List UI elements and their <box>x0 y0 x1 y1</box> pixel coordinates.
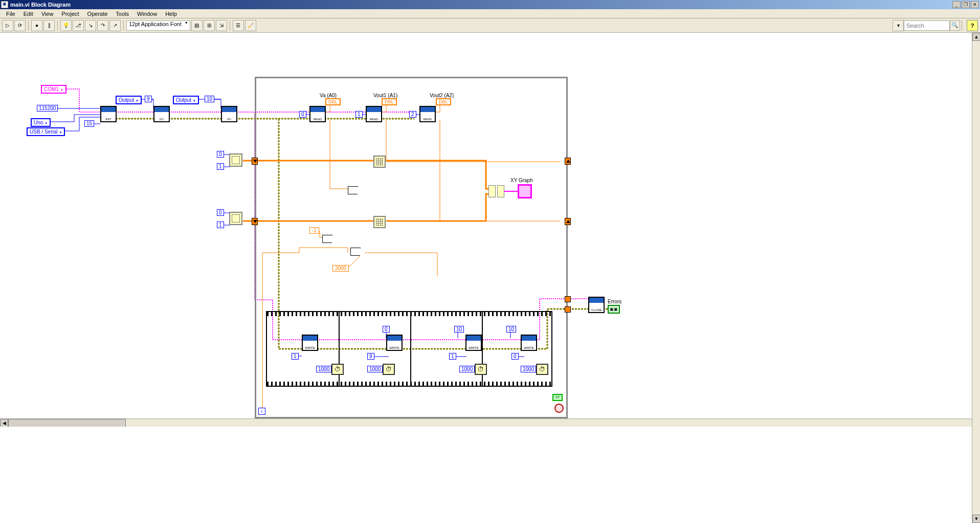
board-constant[interactable]: Uno <box>31 118 51 127</box>
initarr0-dim[interactable]: 1 <box>217 163 224 170</box>
font-selector[interactable]: 12pt Application Font <box>126 20 190 31</box>
bundle-1[interactable] <box>497 185 504 197</box>
block-diagram-canvas[interactable]: COM1 115200 Uno USB / Serial 15 INIT Out… <box>0 33 767 418</box>
shiftreg-left-0[interactable] <box>252 158 258 165</box>
shiftreg-right-0[interactable] <box>565 158 571 165</box>
setpinmode2-subvi[interactable]: I/O <box>221 106 237 122</box>
seq2-wait[interactable]: 1000 <box>459 366 475 372</box>
analog-read-1[interactable]: READ <box>366 106 382 122</box>
loop-stop-terminal[interactable] <box>554 404 564 413</box>
scroll-up-button[interactable]: ▲ <box>972 33 980 41</box>
abort-button[interactable]: ● <box>31 20 42 31</box>
menu-project[interactable]: Project <box>57 10 83 18</box>
analog-read-2[interactable]: READ <box>419 106 436 122</box>
vout1-indicator[interactable]: DBL <box>382 98 397 105</box>
seq2-pin[interactable]: 10 <box>454 326 464 333</box>
cleanup-button[interactable]: 🧹 <box>245 20 256 31</box>
div2000-constant[interactable]: 2000 <box>332 265 349 272</box>
menu-view[interactable]: View <box>37 10 58 18</box>
init-array-1[interactable] <box>229 212 242 225</box>
bundle-0[interactable] <box>488 185 496 197</box>
seq2-val[interactable]: 1 <box>449 353 456 360</box>
step-into-button[interactable]: ↘ <box>85 20 96 31</box>
errors-indicator[interactable]: ▣▣ <box>608 305 620 314</box>
read-ch1-constant[interactable]: 1 <box>355 111 363 118</box>
help-icon[interactable]: ? <box>967 20 978 31</box>
read-ch0-constant[interactable]: 0 <box>299 111 306 118</box>
greater-than-0[interactable] <box>348 186 358 194</box>
vertical-scrollbar[interactable]: ▲ ▼ <box>972 33 980 427</box>
wait-ms-0[interactable] <box>331 364 344 375</box>
multiply-0[interactable] <box>322 235 332 243</box>
reorder-button[interactable]: ☰ <box>233 20 244 31</box>
pin10-constant[interactable]: 10 <box>205 96 214 102</box>
pause-button[interactable]: ‖ <box>43 20 55 31</box>
shiftreg-left-1[interactable] <box>252 218 258 225</box>
scroll-left-button[interactable]: ◀ <box>0 419 8 427</box>
initarr0-elem[interactable]: 0 <box>217 151 224 158</box>
scroll-thumb[interactable] <box>8 419 126 427</box>
close-subvi[interactable]: CLOSE <box>588 297 605 313</box>
step-out-button[interactable]: ↗ <box>109 20 121 31</box>
menu-file[interactable]: File <box>2 10 19 18</box>
va-indicator[interactable]: DBL <box>325 98 341 105</box>
neg1-constant[interactable]: -1 <box>309 227 319 234</box>
visa-resource-constant[interactable]: COM1 <box>41 85 66 94</box>
digital-write-1[interactable]: WRITE <box>386 335 403 351</box>
resize-button[interactable]: ⇲ <box>216 20 227 31</box>
initarr1-elem[interactable]: 0 <box>217 209 224 216</box>
wait-ms-3[interactable] <box>536 364 548 375</box>
xy-graph-terminal[interactable] <box>518 184 532 198</box>
minimize-button[interactable]: _ <box>952 1 961 8</box>
read-ch2-constant[interactable]: 2 <box>409 111 416 118</box>
seq1-val[interactable]: 9 <box>367 353 374 360</box>
protocol-constant[interactable]: USB / Serial <box>27 127 65 136</box>
analog-read-0[interactable]: READ <box>309 106 326 122</box>
bytes-constant[interactable]: 15 <box>84 120 94 127</box>
pinmode1-constant[interactable]: Output <box>116 96 142 104</box>
seq3-pin[interactable]: 10 <box>506 326 516 333</box>
highlight-button[interactable]: 💡 <box>60 20 72 31</box>
menu-edit[interactable]: Edit <box>19 10 37 18</box>
retain-wire-button[interactable]: ⎇ <box>73 20 84 31</box>
menu-operate[interactable]: Operate <box>83 10 112 18</box>
build-array-1[interactable] <box>373 216 386 228</box>
shiftreg-right-1[interactable] <box>565 218 571 225</box>
step-over-button[interactable]: ↷ <box>97 20 108 31</box>
run-continuous-button[interactable]: ⟳ <box>14 20 26 31</box>
search-input[interactable] <box>904 20 950 31</box>
digital-write-0[interactable]: WRITE <box>302 335 318 351</box>
baud-constant[interactable]: 115200 <box>37 105 58 112</box>
vout2-indicator[interactable]: DBL <box>436 98 451 105</box>
seq0-val[interactable]: 1 <box>292 353 299 360</box>
search-dropdown[interactable]: ▾ <box>893 20 904 31</box>
seq1-wait[interactable]: 1000 <box>367 366 383 372</box>
pinmode2-constant[interactable]: Output <box>173 96 199 104</box>
digital-write-2[interactable]: WRITE <box>465 335 482 351</box>
menu-help[interactable]: Help <box>161 10 181 18</box>
wait-ms-1[interactable] <box>383 364 395 375</box>
seq3-wait[interactable]: 1000 <box>521 366 536 372</box>
seq1-pin[interactable]: 0 <box>383 326 390 333</box>
align-button[interactable]: ▤ <box>191 20 203 31</box>
wait-ms-2[interactable] <box>475 364 487 375</box>
init-array-0[interactable] <box>229 153 242 167</box>
greater-than-1[interactable] <box>350 248 361 256</box>
init-subvi[interactable]: INIT <box>100 106 117 122</box>
horizontal-scrollbar[interactable]: ◀ ▶ <box>0 418 980 427</box>
close-button[interactable]: ✕ <box>971 1 979 8</box>
menu-window[interactable]: Window <box>133 10 161 18</box>
maximize-button[interactable]: ❐ <box>962 1 970 8</box>
digital-write-3[interactable]: WRITE <box>521 335 537 351</box>
run-button[interactable]: ▷ <box>2 20 13 31</box>
distribute-button[interactable]: ⊞ <box>204 20 215 31</box>
search-icon[interactable]: 🔍 <box>950 20 960 31</box>
pin9-constant[interactable]: 9 <box>145 96 152 102</box>
setpinmode1-subvi[interactable]: I/O <box>153 106 170 122</box>
build-array-0[interactable] <box>373 156 386 168</box>
stop-tf-indicator[interactable]: TF <box>552 394 563 401</box>
seq3-val[interactable]: 0 <box>511 353 519 360</box>
seq0-wait[interactable]: 1000 <box>316 366 331 372</box>
menu-tools[interactable]: Tools <box>112 10 133 18</box>
initarr1-dim[interactable]: 1 <box>217 222 224 228</box>
